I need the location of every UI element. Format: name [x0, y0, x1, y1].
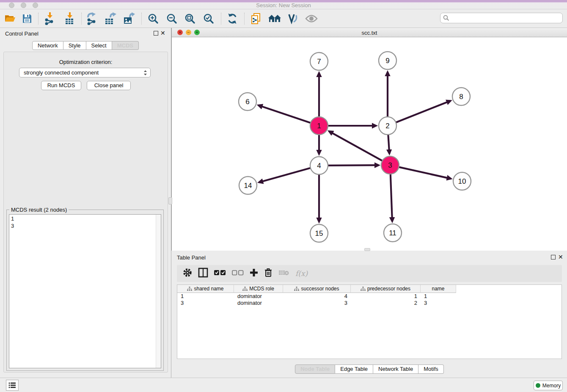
- clone-network-icon[interactable]: [248, 11, 264, 26]
- graph-node-14[interactable]: 14: [239, 177, 257, 194]
- graph-node-6[interactable]: 6: [239, 93, 256, 110]
- table-body: 1dominator4113dominator323: [177, 293, 561, 306]
- edge-3-10[interactable]: [399, 167, 451, 179]
- column-header-MCDS-role[interactable]: MCDS role: [234, 285, 283, 293]
- delete-column-trash-icon[interactable]: [264, 268, 272, 279]
- graph-node-1[interactable]: 1: [310, 117, 328, 135]
- graph-node-4[interactable]: 4: [310, 157, 328, 174]
- table-panel: Table Panel ✕ f(x) shared nameMCDS roles…: [172, 251, 567, 378]
- column-header-name[interactable]: name: [421, 285, 456, 293]
- close-panel-icon[interactable]: ✕: [160, 30, 165, 36]
- show-columns-icon[interactable]: [198, 268, 208, 279]
- graph-node-2[interactable]: 2: [379, 117, 396, 135]
- close-panel-button[interactable]: Close panel: [87, 81, 131, 90]
- column-header-predecessor-nodes[interactable]: predecessor nodes: [351, 285, 421, 293]
- graph-node-11[interactable]: 11: [384, 224, 402, 242]
- cell-MCDS-role: dominator: [234, 300, 283, 306]
- control-panel: Control Panel ✕ NetworkStyleSelectMCDS O…: [0, 28, 171, 378]
- column-header-shared-name[interactable]: shared name: [177, 285, 234, 293]
- cell-successor-nodes: 4: [283, 293, 351, 300]
- import-network-icon[interactable]: [42, 11, 58, 26]
- table-header-row: shared nameMCDS rolesuccessor nodesprede…: [177, 285, 561, 293]
- zoom-in-icon[interactable]: [146, 11, 161, 26]
- table-row[interactable]: 3dominator323: [177, 300, 561, 306]
- memory-label: Memory: [542, 383, 561, 389]
- panel-splitter-handle[interactable]: [168, 197, 172, 204]
- mcds-result-title: MCDS result (2 nodes): [9, 207, 69, 213]
- criterion-value: strongly connected component: [24, 69, 99, 76]
- graph-node-7[interactable]: 7: [310, 52, 328, 70]
- search-input[interactable]: [449, 14, 562, 22]
- zoom-fit-icon[interactable]: [182, 11, 198, 26]
- result-scrollbar[interactable]: [156, 215, 161, 368]
- table-panel-tabs: Node TableEdge TableNetwork TableMotifs: [172, 364, 567, 374]
- tab-mcds[interactable]: MCDS: [112, 41, 139, 50]
- tab-select[interactable]: Select: [86, 41, 112, 50]
- graph-node-8[interactable]: 8: [452, 88, 470, 105]
- import-table-icon[interactable]: [62, 11, 77, 26]
- table-toolbar: f(x): [177, 265, 562, 282]
- main-toolbar: [0, 9, 567, 28]
- export-network-icon[interactable]: [85, 11, 100, 26]
- tab-motifs[interactable]: Motifs: [418, 364, 444, 374]
- tab-style[interactable]: Style: [63, 41, 86, 50]
- zoom-out-icon[interactable]: [164, 11, 179, 26]
- column-header-successor-nodes[interactable]: successor nodes: [283, 285, 351, 293]
- column-namespace-icon: [187, 287, 192, 291]
- graph-node-10[interactable]: 10: [453, 172, 471, 190]
- graph-node-15[interactable]: 15: [310, 224, 328, 242]
- tab-network-table[interactable]: Network Table: [373, 364, 418, 374]
- tab-network[interactable]: Network: [32, 41, 63, 50]
- first-neighbors-icon[interactable]: [267, 11, 282, 26]
- control-panel-header: Control Panel ✕: [0, 28, 171, 40]
- select-all-columns-icon[interactable]: [214, 270, 226, 277]
- edge-2-8[interactable]: [396, 101, 451, 122]
- open-session-icon[interactable]: [3, 11, 18, 26]
- close-table-panel-icon[interactable]: ✕: [558, 254, 563, 260]
- node-label: 3: [388, 161, 392, 169]
- edge-4-14[interactable]: [259, 168, 311, 182]
- node-label: 15: [315, 229, 323, 237]
- search-box: [440, 13, 563, 23]
- node-label: 9: [385, 57, 389, 65]
- select-chevrons-icon: [143, 69, 147, 76]
- edge-3-11[interactable]: [391, 174, 392, 221]
- memory-button[interactable]: Memory: [534, 381, 563, 390]
- export-table-icon[interactable]: [103, 11, 118, 26]
- show-all-eye-icon[interactable]: [304, 11, 319, 26]
- node-label: 6: [245, 98, 249, 106]
- refresh-icon[interactable]: [225, 11, 240, 26]
- delete-table-icon: [278, 269, 289, 278]
- table-settings-gear-icon[interactable]: [183, 268, 192, 279]
- float-table-panel-icon[interactable]: [551, 255, 556, 259]
- save-session-icon[interactable]: [19, 11, 35, 26]
- criterion-select[interactable]: strongly connected component: [19, 68, 151, 77]
- network-view-window: ✕ − + scc.txt 7968124314101511: [171, 28, 567, 251]
- mcds-result-text[interactable]: 1 3: [9, 214, 161, 368]
- export-image-icon[interactable]: [121, 11, 137, 26]
- edge-4-3[interactable]: [328, 165, 379, 166]
- edge-3-1[interactable]: [329, 131, 383, 161]
- column-namespace-icon: [294, 287, 299, 291]
- edge-1-6[interactable]: [259, 105, 311, 123]
- graph-node-3[interactable]: 3: [381, 156, 399, 174]
- graph-node-9[interactable]: 9: [379, 52, 396, 69]
- titlebar: Session: New Session: [0, 0, 567, 9]
- table-panel-title: Table Panel: [177, 254, 206, 261]
- unselect-all-columns-icon[interactable]: [232, 270, 244, 277]
- table-splitter-handle[interactable]: [364, 248, 370, 251]
- hide-selected-icon[interactable]: [285, 11, 300, 26]
- table-row[interactable]: 1dominator411: [177, 293, 561, 300]
- cell-successor-nodes: 3: [283, 300, 351, 306]
- run-mcds-button[interactable]: Run MCDS: [41, 81, 81, 90]
- zoom-selected-icon[interactable]: [201, 11, 216, 26]
- cell-predecessor-nodes: 2: [351, 300, 421, 306]
- create-column-plus-icon[interactable]: [250, 268, 258, 279]
- tab-edge-table[interactable]: Edge Table: [335, 364, 373, 374]
- task-history-list-icon[interactable]: [6, 380, 19, 391]
- network-graph-canvas[interactable]: 7968124314101511: [172, 37, 567, 251]
- edge-2-3[interactable]: [388, 135, 389, 154]
- node-label: 10: [458, 177, 466, 185]
- tab-node-table[interactable]: Node Table: [295, 364, 335, 374]
- float-panel-icon[interactable]: [154, 31, 158, 36]
